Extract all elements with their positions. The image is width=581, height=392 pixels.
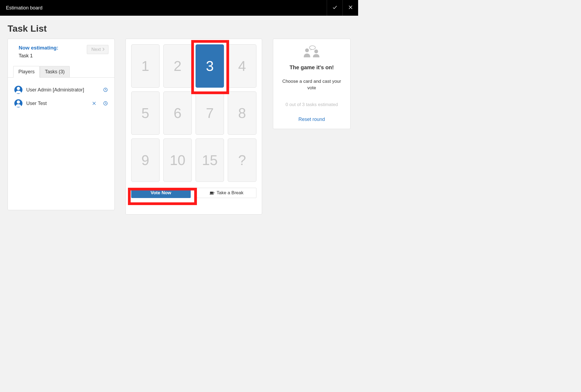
estimate-card-4[interactable]: 4 — [228, 44, 256, 88]
take-break-button[interactable]: Take a Break — [197, 188, 256, 198]
svg-point-10 — [309, 46, 315, 50]
reset-round-link[interactable]: Reset round — [298, 117, 325, 122]
svg-point-8 — [305, 48, 309, 52]
estimate-card-3[interactable]: 3 — [196, 44, 224, 88]
player-name: User Test — [26, 101, 47, 106]
tab-tasks[interactable]: Tasks (3) — [40, 66, 70, 78]
discussion-icon — [302, 45, 321, 57]
svg-point-9 — [314, 50, 318, 53]
next-button-label: Next — [91, 47, 101, 52]
tabs: Players Tasks (3) — [13, 66, 114, 77]
take-break-label: Take a Break — [217, 190, 243, 196]
estimate-card-5[interactable]: 5 — [131, 91, 160, 135]
right-description: Choose a card and cast your vote — [279, 78, 344, 91]
estimate-card-15[interactable]: 15 — [196, 139, 224, 182]
topbar-title: Estimation board — [6, 5, 42, 11]
right-progress: 0 out of 3 tasks estimated — [285, 102, 338, 107]
player-name: User Admin [Administrator] — [26, 87, 84, 93]
page-title: Task List — [8, 23, 351, 34]
estimate-card-8[interactable]: 8 — [228, 91, 256, 135]
vote-now-button[interactable]: Vote Now — [131, 188, 191, 198]
estimate-card-9[interactable]: 9 — [131, 139, 160, 182]
clock-icon[interactable] — [103, 87, 108, 92]
estimate-card-2[interactable]: 2 — [163, 44, 192, 88]
right-panel: The game it's on! Choose a card and cast… — [273, 39, 351, 129]
left-panel: Now estimating: Task 1 Next Players Task… — [8, 39, 115, 210]
next-button[interactable]: Next — [87, 45, 108, 54]
close-icon — [348, 5, 353, 11]
chevron-right-icon — [103, 47, 104, 52]
players-list: User Admin [Administrator] User Test — [8, 77, 114, 210]
right-headline: The game it's on! — [289, 64, 334, 71]
remove-player-icon[interactable] — [92, 101, 97, 106]
avatar-icon — [14, 99, 22, 107]
player-row: User Test — [14, 97, 108, 110]
card-panel: 1234567891015? Vote Now Take a Break — [126, 39, 262, 215]
tab-players[interactable]: Players — [13, 66, 40, 78]
current-task: Task 1 — [19, 53, 58, 59]
estimate-card-10[interactable]: 10 — [163, 139, 192, 182]
topbar: Estimation board — [0, 0, 358, 16]
avatar-icon — [14, 86, 22, 94]
svg-rect-6 — [210, 192, 213, 194]
check-icon — [332, 5, 338, 11]
estimate-card-6[interactable]: 6 — [163, 91, 192, 135]
confirm-button[interactable] — [327, 0, 342, 16]
player-row: User Admin [Administrator] — [14, 83, 108, 97]
estimate-card-?[interactable]: ? — [228, 139, 256, 182]
coffee-icon — [210, 191, 214, 195]
clock-icon[interactable] — [103, 101, 108, 106]
now-estimating-label: Now estimating: — [19, 45, 58, 51]
svg-rect-7 — [210, 194, 214, 195]
estimate-card-1[interactable]: 1 — [131, 44, 160, 88]
estimate-card-7[interactable]: 7 — [196, 91, 224, 135]
close-button[interactable] — [342, 0, 358, 16]
